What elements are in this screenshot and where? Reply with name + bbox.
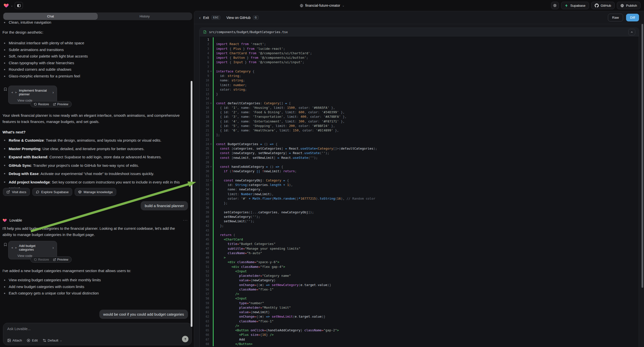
fold-chevron-icon[interactable]: ∨ bbox=[209, 101, 213, 106]
fold-chevron-icon[interactable]: ∨ bbox=[209, 178, 213, 183]
fold-chevron-icon[interactable]: ∨ bbox=[209, 164, 213, 169]
settings-button[interactable] bbox=[551, 2, 559, 9]
chat-scrollbar[interactable] bbox=[191, 81, 192, 327]
attach-button[interactable]: Attach bbox=[7, 338, 22, 342]
toggle-sidebar-button[interactable] bbox=[15, 2, 23, 9]
code-line: 57 /> bbox=[200, 292, 639, 296]
prompt-input-box[interactable]: Ask Lovable... Attach Edit Default ⌄ bbox=[3, 323, 192, 345]
restore-icon bbox=[34, 103, 37, 106]
chevron-down-icon: ⌄ bbox=[342, 4, 344, 7]
bookmark-icon[interactable] bbox=[4, 87, 7, 91]
fold-gutter bbox=[209, 51, 213, 56]
restore-preview-pill: Restore Preview bbox=[30, 256, 72, 262]
external-link-icon bbox=[53, 103, 56, 106]
code-line: 4import ChartCard from '@/components/ui/… bbox=[200, 51, 639, 56]
fold-gutter bbox=[209, 292, 213, 296]
code-line: 20 { id: '5', name: 'Shopping', limit: 2… bbox=[200, 124, 639, 128]
list-item: Each category gets a unique color for vi… bbox=[2, 291, 183, 296]
diff-toggle-button[interactable]: Diff bbox=[626, 14, 639, 22]
external-link-icon bbox=[53, 258, 56, 261]
fold-gutter bbox=[209, 96, 213, 101]
lovable-logo-icon[interactable] bbox=[4, 3, 9, 8]
supabase-button[interactable]: Supabase bbox=[561, 2, 589, 9]
list-item: Debug with Ease: Activate our experiment… bbox=[2, 170, 183, 177]
edit-button[interactable]: Edit bbox=[27, 338, 38, 342]
fold-gutter bbox=[209, 106, 213, 110]
bullet-dot bbox=[4, 69, 5, 70]
code-line: 36 color: '#' + Math.floor(Math.random()… bbox=[200, 196, 639, 201]
code-line: 16 { id: '1', name: 'Housing', limit: 15… bbox=[200, 106, 639, 110]
fold-gutter bbox=[209, 246, 213, 251]
publish-button[interactable]: Publish bbox=[617, 2, 640, 9]
tab-history[interactable]: History bbox=[98, 13, 192, 20]
file-added-icon bbox=[203, 30, 206, 34]
fold-gutter bbox=[209, 228, 213, 233]
list-item: Rounded corners and subtle shadows bbox=[2, 67, 183, 72]
list-item: Refine & Customize: Tweak the design, an… bbox=[2, 137, 183, 144]
code-editor[interactable]: 12import React from 'react';3import { Pl… bbox=[200, 37, 639, 347]
mode-selector[interactable]: Default ⌄ bbox=[42, 338, 62, 342]
restore-button[interactable]: Restore bbox=[32, 257, 51, 262]
send-button[interactable] bbox=[182, 336, 188, 342]
bookmark-icon[interactable] bbox=[4, 242, 7, 247]
fold-gutter bbox=[209, 328, 213, 332]
collapse-file-button[interactable] bbox=[628, 29, 635, 35]
fold-chevron-icon[interactable]: ∨ bbox=[209, 69, 213, 74]
code-line: 45 <ChartCard bbox=[200, 237, 639, 242]
fold-gutter bbox=[209, 342, 213, 346]
view-on-github-link[interactable]: View on GitHub bbox=[226, 16, 250, 20]
list-item: Clean typography with clear hierarchies bbox=[2, 61, 183, 65]
code-line: 7 bbox=[200, 65, 639, 69]
fold-gutter bbox=[209, 187, 213, 192]
file-header-bar[interactable]: src/components/budget/BudgetCategories.t… bbox=[200, 28, 639, 36]
code-line: 65 <Button onClick={handleAddCategory} c… bbox=[200, 328, 639, 332]
fold-gutter bbox=[209, 301, 213, 306]
code-line: 47 subtitle="Manage your spending limits… bbox=[200, 246, 639, 251]
fold-gutter bbox=[209, 337, 213, 342]
code-line: 11 limit: number; bbox=[200, 83, 639, 87]
list-item: Minimalist interface with plenty of whit… bbox=[2, 41, 183, 45]
fold-gutter bbox=[209, 324, 213, 328]
bullet-dot bbox=[4, 156, 5, 158]
project-switcher[interactable]: financial-future-creator ⌄ bbox=[300, 0, 344, 11]
list-item: Expand with Backend: Connect Supabase to… bbox=[2, 154, 183, 160]
code-line: 15∨const defaultCategories: Category[] =… bbox=[200, 101, 639, 106]
chevron-down-icon[interactable]: ⌄ bbox=[11, 4, 13, 7]
sliders-icon bbox=[42, 338, 46, 342]
message-menu-button[interactable]: ··· bbox=[183, 218, 188, 222]
github-button[interactable]: GitHub bbox=[591, 2, 615, 9]
explore-supabase-button[interactable]: Explore Supabase bbox=[32, 188, 72, 196]
version-card-group: < > Implement financial planner › View c… bbox=[4, 86, 108, 108]
fold-chevron-icon[interactable]: ∨ bbox=[209, 142, 213, 146]
visit-docs-button[interactable]: Visit docs bbox=[3, 188, 30, 196]
bullet-dot bbox=[4, 42, 5, 44]
fold-gutter bbox=[209, 78, 213, 83]
lovable-heart-icon bbox=[2, 218, 7, 222]
fold-gutter bbox=[209, 133, 213, 137]
raw-toggle-button[interactable]: Raw bbox=[608, 14, 623, 22]
code-line: 59 type="number" bbox=[200, 301, 639, 306]
code-line: 60 placeholder="Monthly limit" bbox=[200, 306, 639, 310]
chevron-left-icon: ‹ bbox=[199, 16, 201, 20]
fold-gutter bbox=[209, 214, 213, 219]
manage-knowledge-button[interactable]: Manage knowledge bbox=[75, 188, 116, 196]
user-message-bubble: build a financial planner bbox=[141, 201, 188, 210]
fold-gutter bbox=[209, 314, 213, 319]
fold-gutter bbox=[209, 201, 213, 205]
tab-chat[interactable]: Chat bbox=[4, 13, 98, 20]
quick-actions-row: Visit docs Explore Supabase Manage knowl… bbox=[3, 188, 116, 196]
preview-button[interactable]: Preview bbox=[51, 257, 70, 262]
fold-gutter bbox=[209, 160, 213, 164]
fold-gutter bbox=[209, 306, 213, 310]
exit-button[interactable]: Exit bbox=[203, 16, 209, 20]
code-scrollbar[interactable] bbox=[642, 24, 643, 288]
code-line: 12 color: string; bbox=[200, 87, 639, 92]
code-line: 13} bbox=[200, 92, 639, 96]
fold-gutter bbox=[209, 92, 213, 96]
code-line: 64 /> bbox=[200, 324, 639, 328]
restore-button[interactable]: Restore bbox=[32, 101, 51, 107]
bullet-dot bbox=[4, 148, 5, 149]
fold-gutter bbox=[209, 124, 213, 128]
preview-button[interactable]: Preview bbox=[51, 101, 70, 107]
fold-gutter bbox=[209, 242, 213, 246]
